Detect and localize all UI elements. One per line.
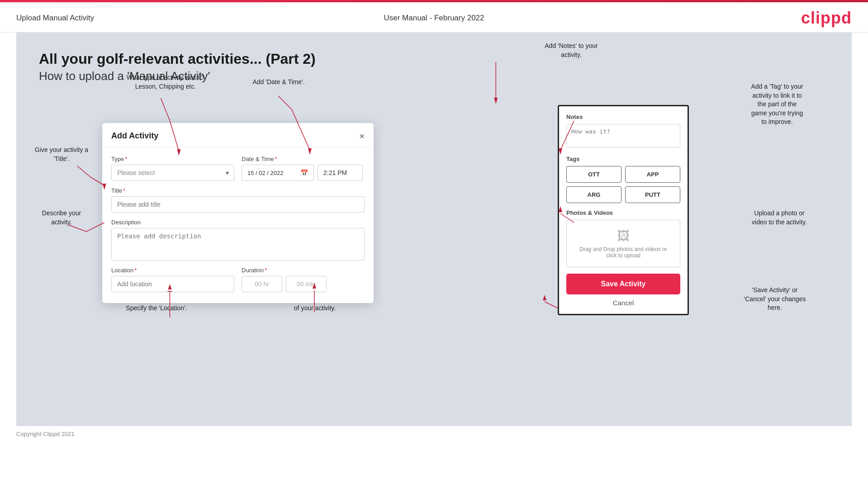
type-label: Type*: [111, 156, 234, 162]
type-select-wrapper[interactable]: Please select: [111, 165, 234, 181]
datetime-label: Date & Time*: [242, 156, 365, 162]
add-activity-dialog: Add Activity × Type* Please select: [102, 123, 374, 303]
tag-arg[interactable]: ARG: [566, 186, 621, 203]
photos-upload-area[interactable]: 🖼 Drag and Drop photos and videos or cli…: [566, 220, 680, 267]
location-group: Location*: [111, 267, 234, 292]
right-panel: Notes Tags OTT APP ARG PUTT Photos & Vid…: [558, 105, 689, 315]
description-textarea[interactable]: [111, 228, 365, 261]
title-field-label: Title*: [111, 187, 365, 194]
description-label: Description: [111, 219, 365, 226]
svg-line-22: [545, 302, 558, 308]
tags-grid: OTT APP ARG PUTT: [566, 166, 680, 203]
duration-label: Duration*: [242, 267, 365, 274]
copyright: Copyright Clippd 2021: [16, 431, 75, 437]
svg-marker-17: [494, 98, 498, 104]
ann-save-cancel: 'Save Activity' or'Cancel' your changesh…: [721, 286, 829, 313]
upload-icon: 🖼: [571, 228, 675, 243]
time-input[interactable]: [318, 165, 363, 181]
dialog-title: Add Activity: [111, 131, 158, 141]
dialog-header: Add Activity ×: [102, 123, 374, 147]
svg-line-0: [161, 98, 170, 121]
type-datetime-row: Type* Please select Date & Time* 15 /: [111, 156, 365, 181]
notes-textarea[interactable]: [566, 124, 680, 147]
photos-section-label: Photos & Videos: [566, 209, 680, 216]
date-input[interactable]: 15 / 02 / 2022 📅: [242, 165, 314, 181]
ann-title: Give your activity a'Title'.: [25, 146, 98, 163]
svg-line-3: [278, 96, 292, 109]
ann-location: Specify the 'Location'.: [116, 304, 197, 313]
duration-group: Duration*: [242, 267, 365, 292]
ann-describe: Describe youractivity.: [25, 209, 98, 227]
svg-line-9: [68, 225, 86, 232]
save-activity-button[interactable]: Save Activity: [566, 274, 680, 294]
close-button[interactable]: ×: [359, 132, 365, 141]
svg-marker-23: [543, 295, 546, 300]
page-subtitle: How to upload a 'Manual Activity': [39, 69, 829, 83]
description-group: Description: [111, 219, 365, 261]
svg-line-6: [77, 166, 91, 177]
calendar-icon: 📅: [300, 169, 308, 176]
page-label: Upload Manual Activity: [16, 14, 94, 23]
main-content: All your golf-relevant activities... (Pa…: [16, 33, 852, 426]
title-group: Title*: [111, 187, 365, 213]
datetime-group: Date & Time* 15 / 02 / 2022 📅: [242, 156, 365, 181]
type-select[interactable]: Please select: [111, 165, 234, 181]
dialog-body: Type* Please select Date & Time* 15 /: [102, 147, 374, 303]
cancel-link[interactable]: Cancel: [566, 299, 680, 307]
tag-ott[interactable]: OTT: [566, 166, 621, 183]
tag-app[interactable]: APP: [625, 166, 680, 183]
svg-line-10: [86, 223, 104, 232]
page-title: All your golf-relevant activities... (Pa…: [39, 51, 829, 67]
location-label: Location*: [111, 267, 234, 274]
top-bar: Upload Manual Activity User Manual - Feb…: [0, 2, 868, 33]
type-group: Type* Please select: [111, 156, 234, 181]
location-input[interactable]: [111, 276, 234, 292]
title-input[interactable]: [111, 196, 365, 213]
upload-text: Drag and Drop photos and videos or click…: [571, 246, 675, 259]
ann-tag: Add a 'Tag' to youractivity to link it t…: [725, 82, 829, 127]
location-duration-row: Location* Duration*: [111, 267, 365, 292]
manual-title: User Manual - February 2022: [384, 14, 484, 23]
logo: clippd: [801, 9, 852, 28]
duration-min-input[interactable]: [286, 276, 327, 292]
duration-inputs: [242, 276, 365, 292]
tags-section-label: Tags: [566, 156, 680, 162]
tag-putt[interactable]: PUTT: [625, 186, 680, 203]
duration-hr-input[interactable]: [242, 276, 282, 292]
footer: Copyright Clippd 2021: [0, 426, 868, 442]
notes-section-label: Notes: [566, 114, 680, 120]
date-time-inputs: 15 / 02 / 2022 📅: [242, 165, 365, 181]
ann-upload: Upload a photo orvideo to the activity.: [730, 209, 829, 227]
